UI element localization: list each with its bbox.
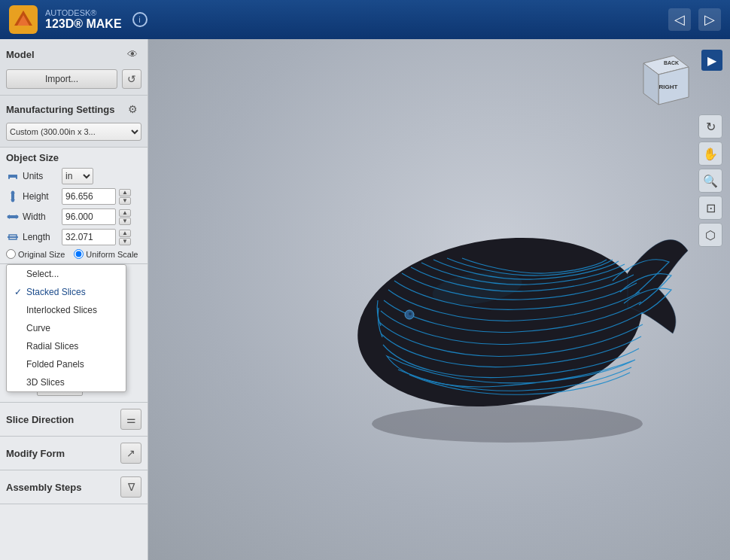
units-icon [6,169,20,183]
width-down-button[interactable]: ▼ [119,218,131,225]
app-logo [9,5,38,34]
assembly-steps-section[interactable]: Assembly Steps ∇ [0,470,148,504]
height-spinners: ▲ ▼ [119,189,131,205]
height-label: Height [23,191,59,202]
svg-marker-6 [11,190,15,193]
technique-option-radial[interactable]: Radial Slices [7,337,126,355]
model-title: Model [6,49,35,60]
viewport[interactable]: ▶ RIGHT BACK [148,39,730,560]
technique-option-select[interactable]: Select... [7,265,126,283]
autodesk-label: AUTODESK® [45,8,122,17]
height-down-button[interactable]: ▼ [119,197,131,205]
refresh-button[interactable]: ↺ [122,69,141,89]
rotate-button[interactable]: ↻ [698,114,722,138]
length-up-button[interactable]: ▲ [119,230,131,237]
original-size-radio[interactable] [6,249,16,259]
height-icon [6,190,20,203]
uniform-scale-option[interactable]: Uniform Scale [74,249,138,259]
model-section-header: Model 👁 [0,39,148,66]
nav-cube[interactable]: RIGHT BACK [632,48,692,108]
svg-marker-10 [16,215,19,219]
whale-model [327,164,703,465]
svg-point-19 [346,221,652,425]
uniform-scale-label: Uniform Scale [86,250,138,259]
assembly-steps-symbol: ∇ [128,481,135,493]
nav-arrow-button[interactable]: ▶ [701,50,722,71]
fit-icon: ⊡ [706,201,716,215]
width-icon [6,210,20,224]
nav-arrow-icon: ▶ [707,53,716,68]
technique-option-3d[interactable]: 3D Slices [7,373,126,391]
assembly-steps-icon[interactable]: ∇ [120,476,141,498]
units-row: Units in cm mm ft [6,168,141,184]
technique-option-interlocked[interactable]: Interlocked Slices [7,301,126,319]
mfg-section: Manufacturing Settings ⚙ Custom (300.00i… [0,96,148,148]
pan-icon: ✋ [703,147,718,161]
assembly-steps-title: Assembly Steps [6,482,81,493]
height-input[interactable] [62,188,116,205]
svg-text:RIGHT: RIGHT [659,84,678,90]
svg-text:BACK: BACK [664,60,679,65]
svg-point-21 [409,312,412,315]
info-icon[interactable]: i [132,12,148,27]
length-label: Length [23,232,59,242]
mfg-preset-select[interactable]: Custom (300.00in x 3... [6,123,141,141]
mfg-settings-button[interactable]: ⚙ [123,100,141,118]
construction-section: Construction Technique Select... ✓ Stack… [0,264,148,403]
pan-button[interactable]: ✋ [698,142,722,166]
technique-option-stacked[interactable]: ✓ Stacked Slices [7,283,126,301]
height-up-button[interactable]: ▲ [119,189,131,196]
length-input[interactable] [62,229,116,245]
model-section: Model 👁 Import... ↺ [0,39,148,96]
width-spinners: ▲ ▼ [119,209,131,225]
refresh-icon: ↺ [127,73,136,85]
width-up-button[interactable]: ▲ [119,209,131,217]
technique-option-folded[interactable]: Folded Panels [7,355,126,373]
svg-point-18 [372,405,643,443]
svg-marker-9 [7,215,10,219]
main-layout: Model 👁 Import... ↺ Manufacturing Settin… [0,39,730,560]
size-scale-row: Original Size Uniform Scale [6,249,141,259]
technique-dropdown[interactable]: Select... ✓ Stacked Slices Interlocked S… [6,264,126,392]
mesh-button[interactable]: ⬡ [698,223,722,247]
mfg-preset-row: Custom (300.00in x 3... [6,123,141,141]
modify-form-icon[interactable]: ↗ [120,443,141,464]
zoom-button[interactable]: 🔍 [698,169,722,193]
original-size-option[interactable]: Original Size [6,249,65,259]
length-row: Length ▲ ▼ [6,229,141,245]
import-row: Import... ↺ [0,66,148,95]
slice-direction-section[interactable]: Slice Direction ⚌ [0,403,148,437]
original-size-label: Original Size [18,250,65,259]
width-input[interactable] [62,208,116,225]
width-label: Width [23,212,59,222]
model-visibility-button[interactable]: 👁 [123,45,141,63]
uniform-scale-radio[interactable] [74,249,84,259]
undo-button[interactable]: ◁ [668,8,691,31]
technique-option-curve[interactable]: Curve [7,319,126,337]
left-panel: Model 👁 Import... ↺ Manufacturing Settin… [0,39,148,560]
rotate-icon: ↻ [706,120,716,134]
svg-rect-4 [16,175,17,179]
units-label: Units [23,171,59,181]
slice-direction-title: Slice Direction [6,414,74,425]
width-row: Width ▲ ▼ [6,208,141,225]
app-title: AUTODESK® 123D® MAKE [45,8,122,31]
mfg-header: Manufacturing Settings ⚙ [0,96,148,123]
length-icon [6,230,20,244]
modify-form-symbol: ↗ [126,447,135,459]
svg-rect-3 [8,175,10,179]
object-size-title: Object Size [6,152,141,163]
height-row: Height ▲ ▼ [6,188,141,205]
right-toolbar: ↻ ✋ 🔍 ⊡ ⬡ [698,114,722,247]
redo-button[interactable]: ▷ [698,8,721,31]
slice-direction-icon[interactable]: ⚌ [120,409,141,430]
svg-rect-12 [8,236,18,238]
units-select[interactable]: in cm mm ft [62,168,93,184]
app-name: 123D® MAKE [45,17,122,31]
length-down-button[interactable]: ▼ [119,238,131,245]
fit-button[interactable]: ⊡ [698,196,722,220]
modify-form-section[interactable]: Modify Form ↗ [0,437,148,470]
import-button[interactable]: Import... [6,69,117,89]
mesh-icon: ⬡ [705,228,716,242]
mfg-title: Manufacturing Settings [6,104,114,115]
